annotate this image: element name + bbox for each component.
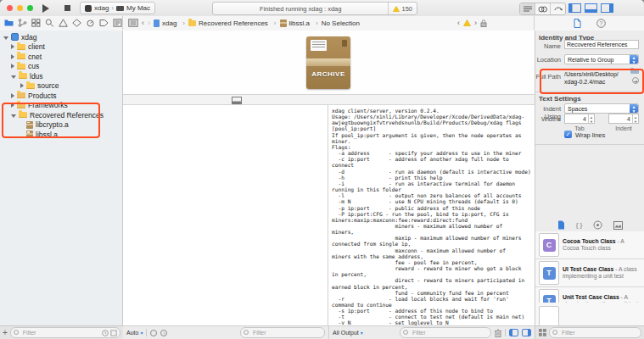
location-popup[interactable]: Relative to Group ▲▼ [564,54,639,64]
open-in-finder-arrow-icon[interactable]: ➔ [632,77,639,84]
standard-editor-button[interactable] [520,3,535,14]
disclosure-triangle[interactable] [11,75,16,79]
disclosure-triangle[interactable] [11,44,14,49]
file-templates-tab-icon[interactable] [557,220,565,230]
clear-console-trash-icon[interactable] [495,329,501,337]
folder-icon [17,53,25,59]
minimize-window-button[interactable] [17,5,23,11]
console-filter-field[interactable] [400,327,491,338]
tree-item-recovered-references[interactable]: Recovered References [0,110,122,120]
scm-status-icon[interactable] [110,330,117,336]
tree-item-libcrypto[interactable]: libcrypto.a [0,120,122,131]
toggle-debug-area-button[interactable] [583,3,599,14]
disclosure-triangle[interactable] [3,36,8,40]
class-template-icon: C [539,233,559,257]
find-navigator-icon[interactable] [45,19,54,27]
breadcrumb-selection[interactable]: No Selection [322,19,360,27]
wrap-lines-checkbox[interactable]: ✓ [564,131,572,138]
variables-filter-input[interactable] [251,329,322,336]
objects-tab-icon[interactable] [593,220,602,230]
show-memory-icon[interactable] [150,330,157,336]
indent-width-stepper[interactable]: 4 ▲▼ [608,114,639,124]
previous-issue-button[interactable]: ‹ [457,19,460,27]
quick-help-inspector-icon[interactable]: ? [596,19,606,28]
project-navigator-icon[interactable] [4,19,14,27]
stepper-arrows-icon[interactable]: ▲▼ [588,114,594,123]
console-scope-popup[interactable]: All Output ▾ [333,330,363,336]
library-filter-input[interactable] [560,329,638,336]
code-snippets-tab-icon[interactable]: { } [576,221,583,229]
next-issue-button[interactable]: › [474,19,477,27]
scheme-selector[interactable]: xdag › My Mac [80,2,155,14]
warning-count-badge[interactable]: 150 [388,3,417,14]
name-field[interactable] [564,40,639,49]
project-navigator: xdag client cnet cus ldus source Product… [0,31,123,339]
show-variables-view-button[interactable] [509,329,518,336]
tree-item-frameworks[interactable]: Frameworks [0,101,122,111]
tree-item-cus[interactable]: cus [0,62,122,72]
stop-button[interactable] [64,5,70,11]
disclosure-triangle[interactable] [11,54,14,59]
variables-filter-field[interactable] [240,327,325,338]
go-forward-button[interactable]: › [148,19,150,27]
tree-item-xdag[interactable]: xdag [0,32,122,42]
breadcrumb-project[interactable]: xdag [154,19,185,27]
folder-icon [17,44,25,50]
disclosure-triangle[interactable] [11,114,16,118]
file-inspector-icon[interactable] [574,19,581,28]
console-filter-input[interactable] [411,329,488,336]
symbol-navigator-icon[interactable] [31,19,41,27]
assistant-editor-button[interactable] [535,3,551,14]
variables-scope-popup[interactable]: Auto ▾ [126,330,143,336]
disclosure-triangle[interactable] [11,93,14,98]
library-item-cocoa-touch-class[interactable]: C Cocoa Touch ClassA Cocoa Touch class [535,231,644,259]
library-item-ui-test-case-class[interactable]: T UI Test Case ClassA class implementing… [535,259,644,287]
indent-using-popup[interactable]: Spaces ▲▼ [564,103,639,114]
disclosure-triangle[interactable] [11,103,14,108]
fullpath-value: /Users/xinli/Desktop/ xdag-0.2.4/mac [564,71,632,86]
issue-navigator-icon[interactable] [59,19,68,27]
navigator-filter-field[interactable] [10,327,120,338]
go-back-button[interactable]: ‹ [142,19,144,27]
tree-item-source[interactable]: source [0,81,122,92]
breakpoint-navigator-icon[interactable] [99,19,109,27]
show-console-button[interactable] [522,329,531,336]
tree-item-libssl[interactable]: libssl.a [0,130,122,140]
library-item-partial[interactable] [535,303,644,325]
source-control-navigator-icon[interactable] [18,19,27,27]
close-window-button[interactable] [7,5,13,11]
navigator-filter-input[interactable] [21,329,100,336]
toggle-inspector-button[interactable] [599,3,615,14]
related-items-icon[interactable] [128,19,138,27]
zoom-window-button[interactable] [27,5,33,11]
navigator-filter-bar: + [0,325,123,339]
quick-look-info-icon[interactable]: i [160,330,167,336]
sub-toolbar: ‹ › xdag Recovered References libssl.a N… [0,16,644,31]
disclosure-triangle[interactable] [11,64,14,69]
tree-item-ldus[interactable]: ldus [0,71,122,81]
chevron-down-icon: ▾ [361,330,363,336]
add-button[interactable]: + [3,329,8,337]
hide-debug-area-icon[interactable] [232,97,242,104]
report-navigator-icon[interactable] [113,19,122,27]
breadcrumb-group[interactable]: Recovered References [188,19,277,27]
version-editor-button[interactable] [551,3,565,14]
test-navigator-icon[interactable] [72,19,81,27]
run-button[interactable] [42,4,49,13]
debug-navigator-icon[interactable] [86,19,95,27]
stepper-arrows-icon[interactable]: ▲▼ [632,114,638,123]
tree-item-cnet[interactable]: cnet [0,52,122,62]
tree-item-products[interactable]: Products [0,91,122,101]
recent-files-clock-icon[interactable] [102,330,109,336]
library-filter-field[interactable] [549,327,641,338]
grid-view-icon[interactable] [539,329,546,336]
text-settings-section-title: Text Settings [539,95,581,103]
breadcrumb-file[interactable]: libssl.a [280,19,318,27]
disclosure-triangle[interactable] [20,83,24,88]
debug-bar [123,95,535,105]
tree-item-client[interactable]: client [0,42,122,53]
debug-console[interactable]: xdag client/server, version 0.2.4. Usage… [329,105,535,325]
tab-width-stepper[interactable]: 4 ▲▼ [564,114,595,124]
toggle-navigator-button[interactable] [567,3,583,14]
media-tab-icon[interactable] [613,221,623,230]
